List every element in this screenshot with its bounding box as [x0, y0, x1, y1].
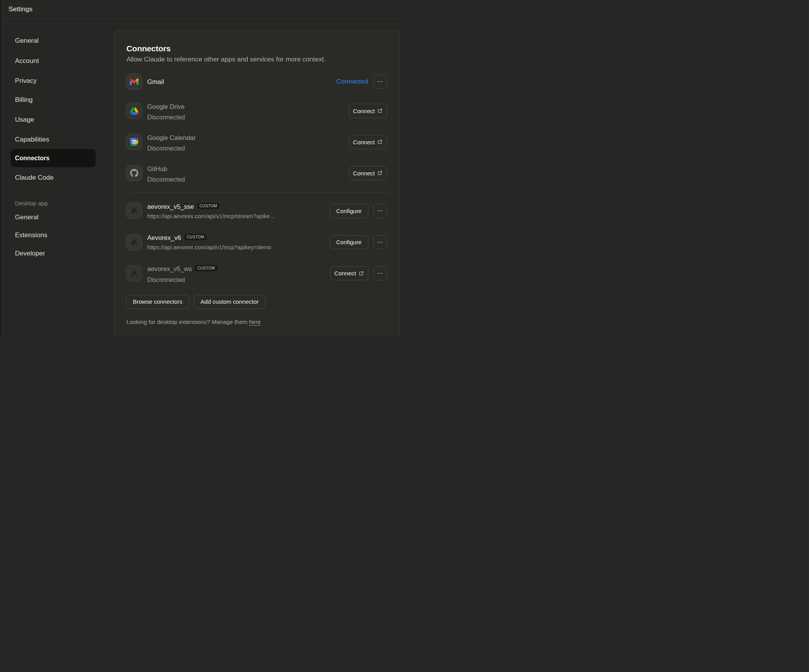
svg-text:31: 31	[133, 140, 136, 144]
